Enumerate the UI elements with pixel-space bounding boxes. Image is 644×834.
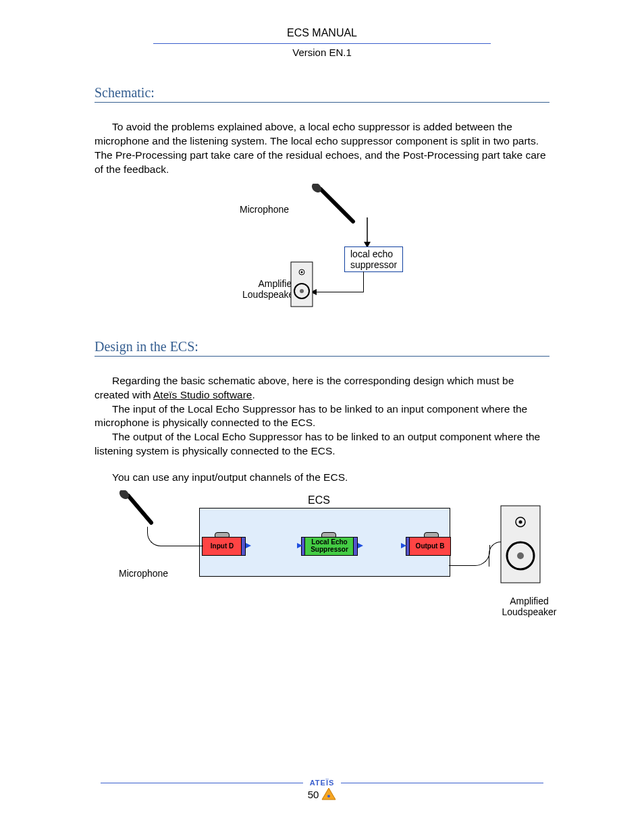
svg-marker-10 xyxy=(246,543,251,548)
arrow-right-icon xyxy=(358,543,365,550)
svg-line-14 xyxy=(128,496,151,523)
connector-wire xyxy=(147,527,203,546)
arrow-right-icon xyxy=(297,543,304,550)
connector-wire xyxy=(449,545,490,566)
schematic-diagram: Microphone Amplified Loudspeaker local e… xyxy=(95,184,549,325)
design-para-3: The output of the Local Echo Suppressor … xyxy=(95,430,549,459)
input-block: Input D xyxy=(202,537,242,556)
design-para-2: The input of the Local Echo Suppressor h… xyxy=(95,402,549,431)
page-number: 50 xyxy=(308,789,319,800)
output-block: Output B xyxy=(409,537,451,556)
design-para-1: Regarding the basic schematic above, her… xyxy=(95,374,549,402)
brand-logo-text: ATEÏS xyxy=(310,779,335,787)
svg-point-9 xyxy=(300,289,304,293)
section-design-heading: Design in the ECS: xyxy=(95,339,549,357)
svg-line-0 xyxy=(321,189,353,221)
microphone-icon xyxy=(304,184,358,231)
section-schematic-heading: Schematic: xyxy=(95,85,549,103)
arrow-down-icon xyxy=(363,217,371,249)
local-echo-suppressor-box: local echo suppressor xyxy=(344,246,403,272)
local-echo-suppressor-block: Local Echo Suppressor xyxy=(304,537,354,556)
doc-title: ECS MANUAL xyxy=(153,27,491,44)
ecs-label: ECS xyxy=(308,494,330,506)
diagram-mic-label: Microphone xyxy=(119,568,168,579)
svg-marker-11 xyxy=(297,543,302,548)
svg-point-18 xyxy=(519,521,522,524)
brand-logo-icon xyxy=(321,788,336,800)
svg-point-7 xyxy=(301,271,303,273)
svg-point-1 xyxy=(310,184,323,194)
svg-marker-12 xyxy=(358,543,363,548)
arrow-right-icon xyxy=(401,543,408,550)
connector-line xyxy=(363,271,364,292)
loudspeaker-icon xyxy=(500,504,543,585)
footer-rule xyxy=(101,783,303,783)
design-para-4: You can use any input/output channels of… xyxy=(95,471,549,485)
diagram-mic-label: Microphone xyxy=(240,204,289,215)
doc-version: Version EN.1 xyxy=(95,47,549,58)
svg-point-20 xyxy=(517,552,524,559)
svg-marker-21 xyxy=(322,788,336,800)
page-footer: ATEÏS 50 xyxy=(0,779,644,800)
footer-rule xyxy=(341,783,543,783)
loudspeaker-icon xyxy=(290,261,315,309)
diagram-amp-label: Amplified Loudspeaker xyxy=(499,596,560,617)
diagram-amp-label: Amplified Loudspeaker xyxy=(223,278,297,300)
port-nub xyxy=(241,537,246,556)
arrow-right-icon xyxy=(246,543,252,550)
connector-line xyxy=(315,292,363,292)
port-nub xyxy=(353,537,358,556)
ecs-design-diagram: ECS Input D Local Echo Suppressor Output… xyxy=(95,494,549,629)
svg-point-22 xyxy=(327,795,330,798)
svg-marker-13 xyxy=(401,543,406,548)
schematic-para: To avoid the problems explained above, a… xyxy=(95,120,549,177)
